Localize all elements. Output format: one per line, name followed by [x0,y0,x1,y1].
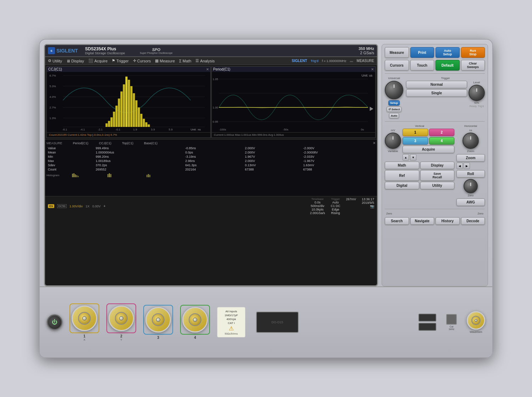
measure-table: Value 999.49ns -0.85ns 2.000V -2.000V Me… [46,146,376,172]
print-button[interactable]: Print [410,47,434,58]
measure-button[interactable]: Measure [385,47,409,58]
timebase-section: Timebase 0.0s 500ns/div 10.0kpts 2.00GSa… [310,197,374,215]
menu-math[interactable]: Σ Math [179,59,191,63]
trig-source: C1 DC [331,204,340,208]
do-d15-group: DO-D15 [256,312,299,333]
run-stop-button[interactable]: RunStop [461,47,485,58]
input-spec: 50Ω≤5Vrms [220,332,243,335]
roll-button[interactable]: Roll [456,170,485,178]
svg-rect-19 [126,77,128,127]
vertical-pos-knob[interactable] [464,179,478,193]
do-d15-connector[interactable]: DO-D15 [256,312,299,333]
vert-horiz-section: Vertical mV Variable 1 2 3 4 [385,124,485,206]
add-channel-btn[interactable]: + [104,204,106,208]
ch2-bnc[interactable] [109,306,134,331]
menu-trigger[interactable]: ⚑ Trigger [112,58,128,63]
period-close[interactable]: ✕ [371,67,374,71]
menu-acquire[interactable]: ⬛ Acquire [88,58,107,63]
utility-button[interactable]: Utility [420,182,455,189]
ch4-bnc[interactable] [182,307,208,332]
trig-type: Edge [332,208,339,211]
ch1-bnc[interactable] [72,306,97,331]
ref-button[interactable]: Ref [385,170,419,181]
select-button[interactable]: ↺ Select [387,107,402,112]
universal-knob[interactable] [385,81,403,99]
wavegen-label: WaveGen [470,330,482,334]
menu-display[interactable]: 🖥 Display [66,59,84,63]
zoom-ctrl-label: Zoom [467,150,474,153]
screen-date: 2019/9/5 [362,201,374,205]
screen-time: 13:36:17 [362,197,374,201]
row-value-top: 2.000V [244,146,302,150]
period-svg: 1.05 1.00 0.95 -100s [212,72,375,132]
histogram-mini-svg [61,173,168,177]
wavegen-bnc[interactable] [467,311,485,330]
auto-setup-button[interactable]: AutoSetup [436,47,460,58]
period-waveform: 1.05 1.00 0.95 -100s [212,72,375,132]
v-arrow-up[interactable]: ▲ [403,154,409,161]
ccj-title: CCJ(C1) [47,67,210,72]
ch1-x-label: X [83,338,85,341]
search-button[interactable]: Search [385,217,409,225]
period-stats: Current:1.000us Max:1.001us Min:999.0ns … [212,132,375,137]
level-knob[interactable] [469,85,485,101]
normal-button[interactable]: Normal [406,81,467,88]
v-arrow-down[interactable]: ▼ [410,154,416,161]
svg-rect-56 [110,174,111,177]
vertical-scale-knob[interactable] [385,133,401,149]
zoom-button[interactable]: Zoom [456,154,485,162]
default-button[interactable]: Default [436,60,460,71]
acquire-button[interactable]: Acquire [403,146,454,153]
row-mean-ccj: 0.0ps [184,150,243,155]
trigger-section-label: Trigger [406,77,485,80]
digital-button[interactable]: Digital [385,182,419,189]
ccj-histogram-svg: 6.7% 5.3% 4.0% 2.7% 1.3% [47,72,210,132]
save-recall-button[interactable]: SaveRecall [420,170,455,181]
row-min-label: Min [46,155,94,159]
freq-display: f = 1.000000MHz [322,59,347,63]
history-button[interactable]: History [436,217,460,225]
menu-utility[interactable]: ⚙ Utility [48,58,62,63]
svg-text:2.7%: 2.7% [50,106,56,109]
ch2-button[interactable]: 2 [429,129,455,136]
table-close[interactable]: ✕ [373,141,376,145]
h-arrow-left[interactable]: ◀ [456,163,463,169]
cursors-button[interactable]: Cursors [385,60,409,71]
h-arrow-right[interactable]: ▶ [464,163,470,169]
menu-cursors[interactable]: ✛ Cursors [133,58,151,63]
clear-sweeps-button[interactable]: ClearSweeps [461,60,485,71]
touch-button[interactable]: Touch [410,60,434,71]
timebase-scale: 500ns/div [311,204,325,208]
power-button[interactable]: ⏻ [47,314,62,330]
ready-trid-status: Ready Trig'd [470,105,484,107]
svg-rect-23 [135,100,138,127]
ch1-button[interactable]: 1 [403,129,428,136]
math-button[interactable]: Math [385,162,419,169]
zero-row: Zero Zero [385,212,485,215]
navigate-button[interactable]: Navigate [410,217,434,225]
device-type: Digital Storage Oscilloscope [85,51,125,55]
svg-text:-100s: -100s [219,128,226,131]
auto-button[interactable]: Auto [389,113,399,118]
svg-text:0s: 0s [361,128,364,131]
menu-measure[interactable]: ▦ Measure [155,58,175,63]
usb-port-1[interactable] [419,314,436,321]
menu-analysis[interactable]: ☰ Analysis [195,58,215,63]
timebase-pts: 10.0kpts [311,208,323,211]
table-row: Min 998.20ns -3.19ns 1.967V -2.033V [46,155,376,159]
cal-connector[interactable] [446,314,457,325]
ch4-button[interactable]: 4 [429,137,455,145]
ch3-button[interactable]: 3 [403,137,428,145]
single-button[interactable]: Single [406,89,467,97]
awg-button[interactable]: AWG [456,198,485,206]
svg-rect-24 [138,107,140,127]
ccj-panel: CCJ(C1) ✕ 6.7% 5.3 [46,66,211,138]
horizontal-scale-knob[interactable] [462,133,479,149]
ch3-bnc[interactable] [145,307,171,332]
decode-button[interactable]: Decode [461,217,485,225]
setup-button[interactable]: Setup [388,100,400,106]
usb-port-2[interactable] [419,323,436,331]
screen-statusbar: C1 DC50 1.00V/div 1X 0.00V + Timebase 0.… [45,196,377,216]
ccj-close[interactable]: ✕ [206,67,209,71]
display-button[interactable]: Display [420,162,455,169]
